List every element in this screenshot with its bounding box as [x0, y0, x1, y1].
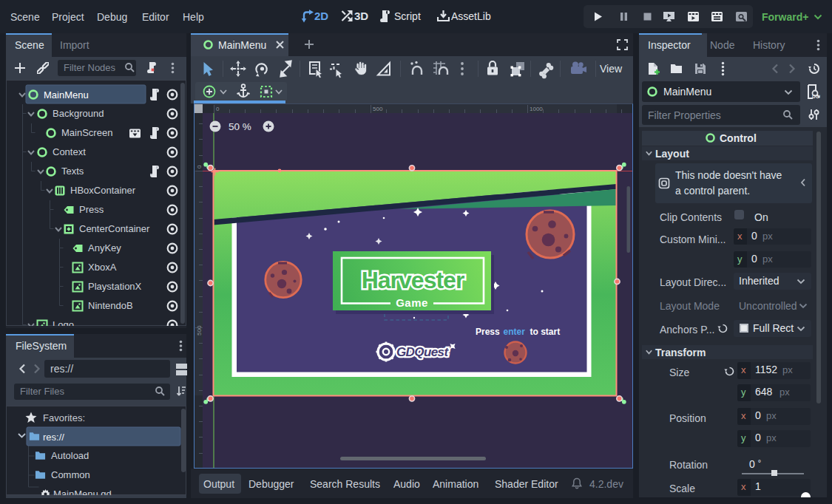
svg-text:0: 0: [216, 106, 220, 112]
svg-text:0: 0: [196, 165, 203, 168]
svg-text:500: 500: [373, 106, 383, 112]
svg-text:DOC: DOC: [812, 94, 820, 99]
svg-text:1000: 1000: [530, 106, 543, 112]
svg-text:50 %: 50 %: [229, 121, 251, 132]
svg-text:500: 500: [196, 325, 203, 336]
